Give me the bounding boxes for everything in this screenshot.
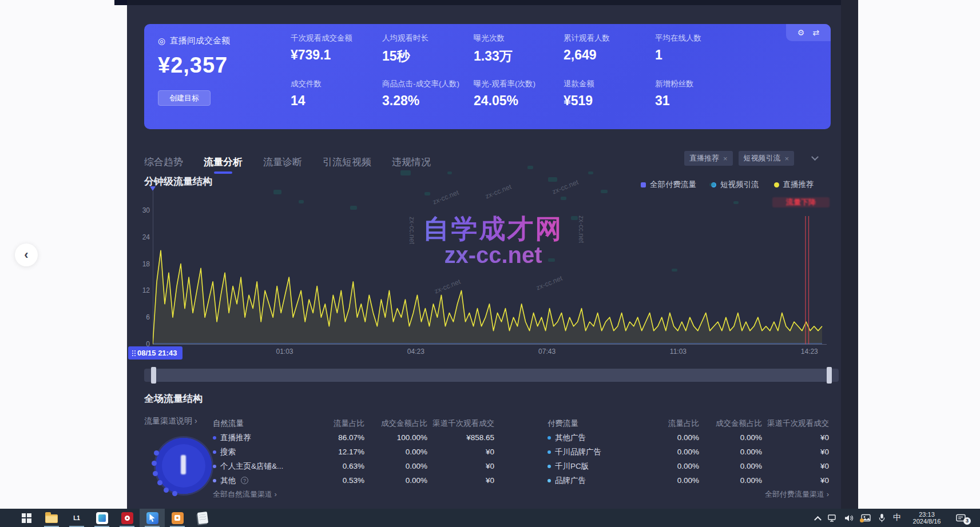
scrollbar-left-handle[interactable] [151, 367, 156, 384]
per-1k-views-gmv-value: ¥0 [427, 462, 494, 470]
filter-chips: 直播推荐×短视频引流× [684, 151, 818, 166]
chip-remove-icon[interactable]: × [785, 154, 789, 163]
gmv-share-value: 0.00% [364, 476, 427, 485]
per-1k-views-gmv-value: ¥0 [762, 476, 829, 485]
scrollbar-track[interactable] [156, 369, 827, 382]
file-explorer-icon[interactable] [39, 509, 64, 527]
gmv-share-value: 0.00% [699, 476, 762, 485]
notification-icon[interactable]: 3 [956, 514, 966, 522]
banner-metric: 新增粉丝数31 [655, 79, 747, 109]
legend-item[interactable]: 全部付费流量 [641, 179, 696, 190]
y-axis-tick: 30 [132, 206, 150, 214]
table-row: 千川PC版0.00%0.00%¥0 [547, 459, 829, 473]
paid-traffic-table: 付费流量流量占比成交金额占比渠道千次观看成交其他广告0.00%0.00%¥0千川… [547, 416, 829, 488]
traffic-share-value: 0.00% [645, 433, 699, 442]
column-header: 流量占比 [310, 418, 364, 429]
metric-label: 累计观看人数 [564, 33, 655, 43]
teal-app-icon [96, 512, 108, 524]
artifact-blob [424, 192, 430, 195]
traffic-share-value: 0.63% [310, 462, 364, 470]
channel-label: 其他广告 [555, 433, 586, 443]
traffic-donut-chart[interactable] [156, 438, 212, 494]
metric-label: 平均在线人数 [655, 33, 747, 43]
windows-logo-icon [22, 513, 31, 523]
primary-metric-value: ¥2,357 [158, 53, 230, 78]
microphone-icon[interactable] [878, 513, 886, 522]
donut-scallop [152, 461, 157, 466]
channel-label: 搜索 [220, 447, 236, 457]
tab-流量分析[interactable]: 流量分析 [204, 155, 243, 169]
gmv-share-value: 100.00% [364, 433, 427, 442]
docs-app-icon[interactable] [89, 509, 114, 527]
chevron-up-icon [814, 516, 822, 523]
metric-label: 曝光-观看率(次数) [474, 79, 564, 89]
minute-traffic-chart[interactable] [153, 205, 827, 345]
column-header: 渠道千次观看成交 [427, 418, 494, 429]
info-icon[interactable]: ? [241, 477, 248, 484]
windows-taskbar: 中 23:13 2024/8/16 3 [0, 509, 980, 527]
tab-流量诊断[interactable]: 流量诊断 [263, 155, 302, 169]
gmv-share-value: 0.00% [699, 462, 762, 470]
chip-remove-icon[interactable]: × [723, 154, 728, 163]
chip-label: 直播推荐 [689, 153, 719, 163]
red-circle-icon [121, 512, 133, 524]
scrollbar-right-handle[interactable] [827, 367, 832, 384]
all-paid-channels-link[interactable]: 全部付费流量渠道 › [547, 489, 829, 500]
channel-bullet-icon [213, 450, 216, 454]
artifact-blob [548, 258, 555, 262]
watermark-tag: zx-cc.net [431, 189, 460, 206]
primary-metric: ◎ 直播间成交金额 ¥2,357 创建目标 [158, 35, 230, 106]
tab-综合趋势[interactable]: 综合趋势 [144, 155, 183, 169]
back-button[interactable]: ‹ [15, 243, 38, 266]
filter-chip[interactable]: 短视频引流× [739, 151, 795, 166]
legend-item[interactable]: 短视频引流 [711, 179, 759, 190]
x-axis-tick: 07:43 [538, 348, 556, 356]
tab-引流短视频[interactable]: 引流短视频 [323, 155, 371, 169]
orange-app-icon[interactable] [165, 509, 190, 527]
banner-metric: 曝光次数1.33万 [474, 33, 564, 65]
channel-bullet-icon [547, 450, 551, 454]
ime-indicator[interactable]: 中 [893, 513, 901, 523]
all-natural-channels-link[interactable]: 全部自然流量渠道 › [213, 489, 277, 500]
metric-label: 千次观看成交金额 [291, 33, 382, 43]
start-button[interactable] [14, 509, 39, 527]
legend-item[interactable]: 直播推荐 [774, 179, 814, 190]
tab-违规情况[interactable]: 违规情况 [392, 155, 431, 169]
volume-icon[interactable] [844, 514, 854, 522]
channel-bullet-icon [547, 479, 551, 482]
banner-metrics-grid: 千次观看成交金额¥739.1人均观看时长15秒曝光次数1.33万累计观看人数2,… [291, 33, 828, 109]
filter-chip[interactable]: 直播推荐× [684, 151, 733, 166]
channel-name: 千川PC版 [547, 461, 645, 472]
metric-value: 3.28% [382, 93, 474, 109]
table-header-row: 付费流量流量占比成交金额占比渠道千次观看成交 [547, 416, 829, 430]
notepad-icon [197, 512, 208, 524]
chevron-down-icon[interactable] [811, 153, 819, 161]
start-time-label: 08/15 21:43 [137, 349, 177, 357]
metric-label: 退款金额 [564, 79, 655, 89]
metric-label: 成交件数 [291, 79, 382, 89]
create-goal-button[interactable]: 创建目标 [158, 90, 211, 106]
per-1k-views-gmv-value: ¥0 [762, 462, 829, 470]
network-icon[interactable] [828, 514, 837, 522]
channel-explain-link[interactable]: 流量渠道说明 › [144, 416, 197, 426]
metric-value: 15秒 [382, 47, 474, 65]
l1-app-icon[interactable] [64, 509, 89, 527]
time-range-start-handle[interactable]: 08/15 21:43 [128, 346, 182, 360]
screenshot-icon[interactable] [861, 514, 871, 522]
pointer-app-icon[interactable] [140, 509, 165, 527]
artifact-blob [672, 269, 677, 272]
notepad-app-icon[interactable] [190, 509, 215, 527]
per-1k-views-gmv-value: ¥0 [762, 448, 829, 456]
table-row: 千川品牌广告0.00%0.00%¥0 [547, 445, 829, 459]
table-row: 品牌广告0.00%0.00%¥0 [547, 473, 829, 488]
x-axis-tick: 01:03 [276, 348, 293, 356]
table-header-row: 自然流量流量占比成交金额占比渠道千次观看成交 [213, 416, 494, 430]
channel-name: 其他? [213, 476, 310, 486]
banner-metric: 累计观看人数2,649 [564, 33, 655, 65]
taskbar-clock[interactable]: 23:13 2024/8/16 [908, 511, 945, 525]
tray-expand-button[interactable] [815, 516, 820, 521]
y-axis-tick: 18 [132, 260, 150, 268]
artifact-blob [273, 190, 281, 194]
browser-app-icon[interactable] [114, 509, 140, 527]
chart-range-scrollbar[interactable] [144, 369, 839, 382]
